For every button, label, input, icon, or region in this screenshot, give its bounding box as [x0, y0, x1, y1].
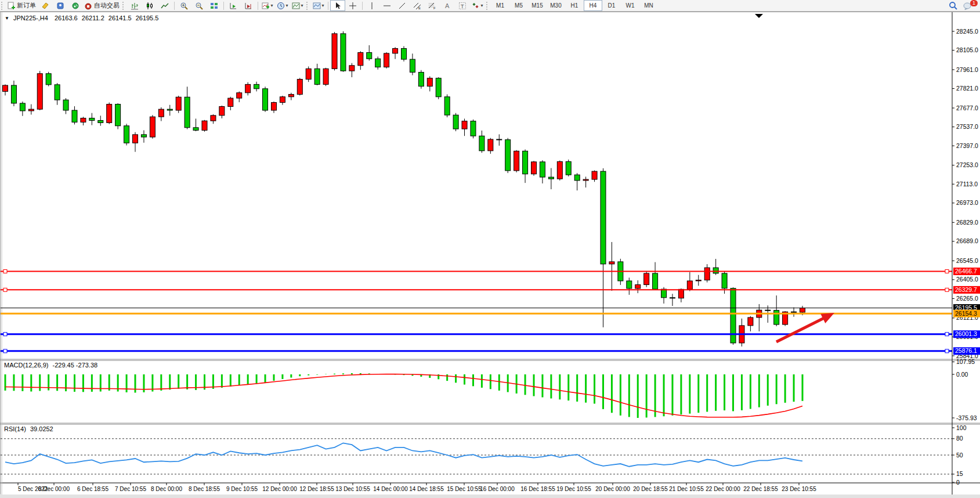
bar-chart-button[interactable] [127, 0, 142, 11]
toolbar-grip[interactable] [1, 2, 5, 10]
auto-scroll-button[interactable] [226, 0, 241, 11]
candle-body [453, 115, 458, 129]
time-tick-label: 8 Dec 00:00 [151, 486, 182, 492]
line-anchor-handle[interactable] [3, 349, 7, 353]
search-icon [949, 1, 957, 10]
timeframe-h1-button[interactable]: H1 [565, 0, 584, 11]
macd-tick-label: 107.95 [956, 358, 975, 365]
candlestick-chart-button[interactable] [142, 0, 157, 11]
price-chart[interactable]: 28245.028105.027961.027821.027677.027537… [1, 12, 980, 495]
chart-window: 28245.028105.027961.027821.027677.027537… [0, 12, 980, 495]
timeframe-w1-button[interactable]: W1 [621, 0, 639, 11]
candle-body [523, 151, 528, 174]
candle-body [410, 59, 415, 72]
timeframe-m15-button[interactable]: M15 [528, 0, 547, 11]
line-anchor-handle[interactable] [3, 333, 7, 336]
metaeditor-icon [41, 2, 49, 10]
line-chart-button[interactable] [157, 0, 172, 11]
candle-body [323, 68, 328, 84]
status-strip [0, 494, 980, 498]
timeframe-mn-button[interactable]: MN [639, 0, 658, 11]
candle-body [393, 49, 398, 53]
equidistant-channel-button[interactable]: E [410, 0, 425, 11]
toolbar-grip[interactable] [122, 2, 126, 10]
candle-body [713, 268, 718, 273]
text-button[interactable]: A [440, 0, 455, 11]
line-anchor-handle[interactable] [945, 349, 949, 353]
timeframe-h4-button[interactable]: H4 [584, 0, 602, 11]
price-label-chip-text: 26329.7 [955, 286, 977, 293]
time-tick-label: 12 Dec 18:55 [299, 486, 334, 492]
autotrading-button[interactable]: 自动交易 [83, 0, 121, 11]
line-anchor-handle[interactable] [3, 288, 7, 291]
candle-body [176, 97, 181, 110]
timeframe-d1-button[interactable]: D1 [602, 0, 621, 11]
candle-body [167, 109, 172, 110]
templates-button[interactable]: ▾ [290, 0, 305, 11]
community-button[interactable] [53, 0, 68, 11]
candle-body [601, 171, 606, 264]
macd-name: MACD(12,26,9) [4, 362, 48, 369]
price-tick-label: 27397.0 [956, 142, 978, 149]
symbol-dropdown-icon[interactable]: ▼ [5, 16, 9, 21]
time-tick-label: 23 Dec 10:55 [782, 486, 816, 492]
horizontal-line-button[interactable] [379, 0, 395, 11]
autotrading-icon [85, 2, 93, 10]
metaeditor-button[interactable] [38, 0, 53, 11]
timeframe-m5-button[interactable]: M5 [509, 0, 528, 11]
crosshair-icon [349, 2, 357, 10]
new-order-button[interactable]: 新订单 [6, 0, 38, 11]
caret-down-icon: ▾ [301, 3, 303, 8]
toolbar-grip[interactable] [306, 2, 310, 10]
bar-chart-icon [131, 2, 139, 10]
line-anchor-handle[interactable] [945, 270, 949, 273]
candle-body [566, 161, 571, 175]
fibonacci-button[interactable]: F [425, 0, 440, 11]
candle-body [653, 273, 658, 289]
line-chart-icon [161, 2, 169, 10]
timeframe-m1-button[interactable]: M1 [491, 0, 509, 11]
candle-body [3, 85, 8, 91]
line-anchor-handle[interactable] [3, 270, 7, 273]
signals-button[interactable] [68, 0, 83, 11]
candle-body [471, 121, 476, 136]
candle-body [592, 171, 597, 179]
crosshair-button[interactable] [345, 0, 360, 11]
text-label-button[interactable]: T [455, 0, 470, 11]
line-anchor-handle[interactable] [945, 288, 949, 291]
timeframe-m30-button[interactable]: M30 [547, 0, 565, 11]
price-tick-label: 27821.0 [956, 85, 978, 92]
tile-windows-button[interactable] [207, 0, 222, 11]
chart-type-dropdown[interactable]: ▾ [311, 0, 326, 11]
arrows-icon [472, 2, 480, 10]
svg-text:T: T [461, 3, 464, 9]
vertical-line-button[interactable] [364, 0, 379, 11]
chart-shift-button[interactable] [241, 0, 256, 11]
price-tick-label: 27677.0 [956, 104, 978, 111]
autotrading-label: 自动交易 [94, 1, 120, 10]
candle-body [263, 89, 268, 110]
zoom-out-button[interactable] [191, 0, 207, 11]
candle-body [124, 126, 129, 143]
price-label-chip-text: 26154.3 [955, 310, 977, 317]
chart-type-icon [313, 2, 321, 10]
indicators-button[interactable]: ▾ [260, 0, 275, 11]
trendline-button[interactable] [395, 0, 410, 11]
candle-body [314, 68, 320, 84]
cursor-button[interactable] [330, 0, 345, 11]
line-anchor-handle[interactable] [945, 333, 949, 336]
arrows-button[interactable]: ▾ [470, 0, 485, 11]
candle-body [280, 97, 285, 103]
search-button[interactable] [945, 0, 960, 11]
price-tick-label: 28245.0 [956, 28, 978, 35]
periods-button[interactable]: ▾ [275, 0, 290, 11]
candle-body [11, 85, 16, 103]
zoom-in-button[interactable] [176, 0, 191, 11]
notifications-button[interactable]: 1 [960, 0, 975, 11]
candle-body [150, 117, 155, 137]
time-tick-label: 6 Dec 00:00 [38, 486, 70, 492]
rsi-name: RSI(14) [4, 425, 26, 432]
candle-body [271, 103, 276, 110]
indicators-icon [262, 2, 270, 10]
toolbar-grip[interactable] [486, 2, 490, 10]
